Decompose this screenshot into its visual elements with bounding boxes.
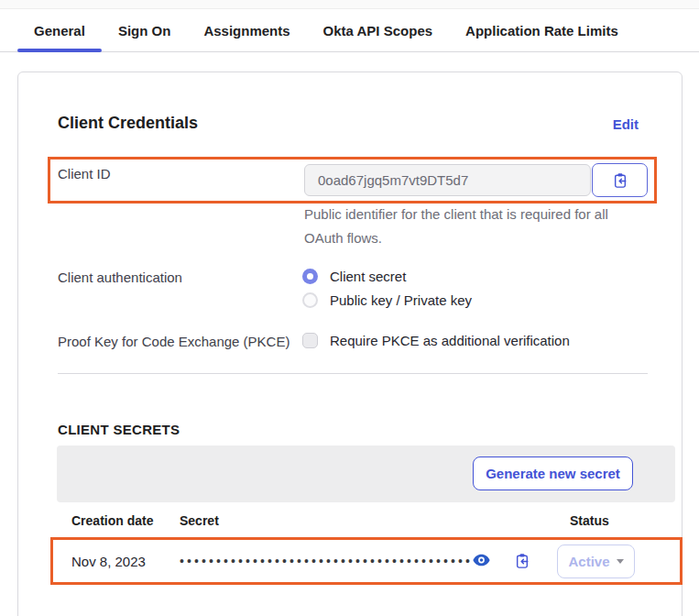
client-id-help-text: Public identifier for the client that is… (304, 203, 616, 250)
column-header-creation-date: Creation date (71, 513, 153, 528)
secret-creation-date: Nov 8, 2023 (71, 554, 146, 569)
tab-general-label: General (34, 23, 85, 38)
auth-option-client-secret[interactable]: Client secret (302, 269, 406, 284)
chevron-down-icon (617, 559, 624, 564)
checkbox-unchecked-icon[interactable] (302, 333, 318, 348)
radio-unselected-icon[interactable] (302, 292, 318, 308)
client-id-label: Client ID (58, 166, 111, 182)
tab-application-rate-limits-label: Application Rate Limits (465, 23, 618, 38)
tab-general[interactable]: General (17, 9, 102, 51)
auth-option-public-private-key-label: Public key / Private key (330, 292, 472, 308)
secret-status-label: Active (568, 554, 609, 569)
clipboard-copy-icon (613, 172, 628, 189)
section-divider (58, 373, 648, 374)
pkce-option-label: Require PKCE as additional verification (330, 333, 570, 348)
client-authentication-label: Client authentication (58, 270, 182, 285)
column-header-status: Status (570, 513, 609, 528)
top-strip (0, 0, 699, 9)
copy-secret-button[interactable] (514, 552, 530, 569)
pkce-option[interactable]: Require PKCE as additional verification (302, 333, 570, 348)
clipboard-copy-icon (515, 553, 530, 569)
tab-sign-on[interactable]: Sign On (102, 9, 188, 51)
masked-secret-value: •••••••••••••••••••••••••••••••••••••••• (180, 554, 473, 568)
copy-client-id-button[interactable] (592, 163, 648, 197)
auth-option-public-private-key[interactable]: Public key / Private key (302, 292, 472, 308)
tab-application-rate-limits[interactable]: Application Rate Limits (449, 9, 635, 51)
radio-selected-icon[interactable] (302, 269, 318, 284)
client-credentials-title: Client Credentials (58, 114, 198, 133)
auth-option-client-secret-label: Client secret (330, 269, 406, 284)
column-header-secret: Secret (180, 513, 219, 528)
edit-link[interactable]: Edit (613, 116, 639, 132)
client-id-value-field[interactable]: 0oad67jgq5m7vt9DT5d7 (304, 164, 591, 196)
tab-sign-on-label: Sign On (118, 23, 171, 38)
tab-assignments[interactable]: Assignments (187, 9, 306, 51)
tab-bar: General Sign On Assignments Okta API Sco… (0, 9, 699, 52)
pkce-label: Proof Key for Code Exchange (PKCE) (58, 334, 289, 349)
tab-okta-api-scopes-label: Okta API Scopes (323, 23, 433, 38)
eye-icon (473, 554, 490, 566)
secret-status-dropdown[interactable]: Active (557, 544, 635, 578)
tab-okta-api-scopes[interactable]: Okta API Scopes (307, 9, 450, 51)
reveal-secret-button[interactable] (472, 553, 490, 567)
client-secrets-title: CLIENT SECRETS (58, 422, 180, 437)
tab-assignments-label: Assignments (203, 23, 289, 38)
okta-app-settings-page: General Sign On Assignments Okta API Sco… (0, 0, 699, 616)
generate-new-secret-button[interactable]: Generate new secret (473, 456, 633, 490)
